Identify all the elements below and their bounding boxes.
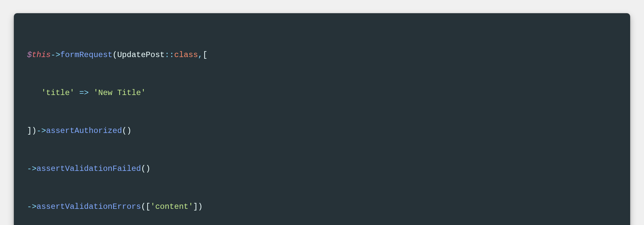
- code-line-5: ->assertValidationErrors(['content']): [27, 197, 617, 216]
- token-open-paren: (: [141, 164, 146, 173]
- code-line-2: 'title' => 'New Title': [27, 83, 617, 103]
- token-open-bracket: [: [203, 50, 207, 59]
- token-this: this: [32, 50, 51, 59]
- token-method-assertAuthorized: assertAuthorized: [46, 126, 122, 135]
- code-line-4: ->assertValidationFailed(): [27, 159, 617, 178]
- token-close-paren: ): [127, 126, 131, 135]
- token-open-paren: (: [141, 202, 146, 211]
- token-class-keyword: class: [174, 50, 198, 59]
- token-arrow: ->: [27, 202, 37, 211]
- token-close-bracket: ]: [193, 202, 198, 211]
- token-arrow: ->: [27, 164, 37, 173]
- token-open-paren: (: [112, 50, 117, 59]
- token-string-content: 'content': [150, 202, 193, 211]
- code-line-1: $this->formRequest(UpdatePost::class,[: [27, 46, 617, 65]
- token-close-paren: ): [198, 202, 203, 211]
- token-string-title-value: 'New Title': [94, 88, 146, 97]
- token-method-assertValidationErrors: assertValidationErrors: [37, 202, 141, 211]
- token-method-assertValidationFailed: assertValidationFailed: [37, 164, 141, 173]
- token-close-paren: ): [32, 126, 36, 135]
- token-method-formRequest: formRequest: [60, 50, 112, 59]
- token-fat-arrow: =>: [79, 88, 89, 97]
- token-class-updatePost: UpdatePost: [117, 50, 165, 59]
- token-close-paren: ): [146, 164, 150, 173]
- token-open-paren: (: [122, 126, 127, 135]
- code-block: $this->formRequest(UpdatePost::class,[ '…: [14, 13, 630, 225]
- token-double-colon: ::: [165, 50, 174, 59]
- token-open-bracket: [: [146, 202, 150, 211]
- token-arrow: ->: [37, 126, 46, 135]
- token-arrow: ->: [51, 50, 60, 59]
- token-close-bracket: ]: [27, 126, 32, 135]
- code-line-3: ])->assertAuthorized(): [27, 121, 617, 141]
- token-string-title-key: 'title': [41, 88, 74, 97]
- token-comma: ,: [198, 50, 203, 59]
- token-dollar: $: [27, 50, 32, 59]
